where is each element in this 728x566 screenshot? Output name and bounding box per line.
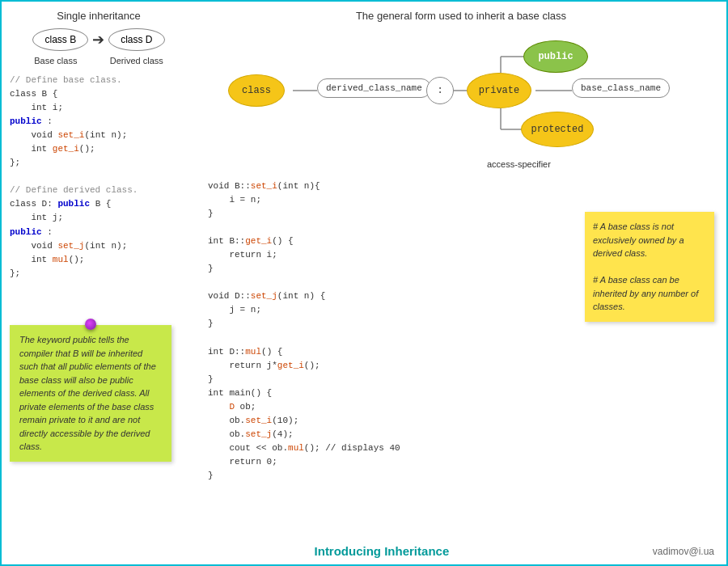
page-title: Introducing Inheritance xyxy=(111,544,653,558)
class-d-node: class D xyxy=(108,28,164,51)
derived-class-name-node: derived_class_name xyxy=(317,78,431,98)
bottom-bar: Introducing Inheritance vadimov@i.ua xyxy=(2,544,726,558)
access-specifier-label: access-specifier xyxy=(487,159,551,169)
middle-code-panel: void B::set_i(int n){ i = n; } int B::ge… xyxy=(208,180,442,483)
sticky-note-green: The keyword public tells the compiler th… xyxy=(10,325,171,462)
sticky-note-yellow: # A base class is not exclusively owned … xyxy=(585,212,714,322)
left-panel: Single inheritance class B ➔ class D Bas… xyxy=(10,10,188,281)
class-labels: Base class Derived class xyxy=(10,56,188,65)
base-label: Base class xyxy=(34,56,77,65)
sticky-green-text: The keyword public tells the compiler th… xyxy=(19,335,156,451)
arrow-icon: ➔ xyxy=(92,31,104,49)
left-code-block: // Define base class. class B { int i; p… xyxy=(10,74,188,281)
section-title: Single inheritance xyxy=(10,10,188,22)
protected-node: protected xyxy=(521,112,594,147)
pin-icon xyxy=(85,319,96,330)
middle-code-block: void B::set_i(int n){ i = n; } int B::ge… xyxy=(208,180,442,483)
public-node: public xyxy=(523,40,588,73)
colon-node: : xyxy=(426,77,454,104)
base-class-name-node: base_class_name xyxy=(572,78,670,98)
general-form-title: The general form used to inherit a base … xyxy=(204,10,718,22)
class-node: class xyxy=(228,74,285,107)
main-container: Single inheritance class B ➔ class D Bas… xyxy=(2,2,726,564)
class-b-node: class B xyxy=(32,28,88,51)
attribution: vadimov@i.ua xyxy=(653,546,714,557)
sticky-yellow-text: # A base class is not exclusively owned … xyxy=(593,222,698,311)
private-node: private xyxy=(467,73,531,108)
inheritance-diagram: class B ➔ class D xyxy=(10,28,188,51)
derived-label: Derived class xyxy=(110,56,163,65)
